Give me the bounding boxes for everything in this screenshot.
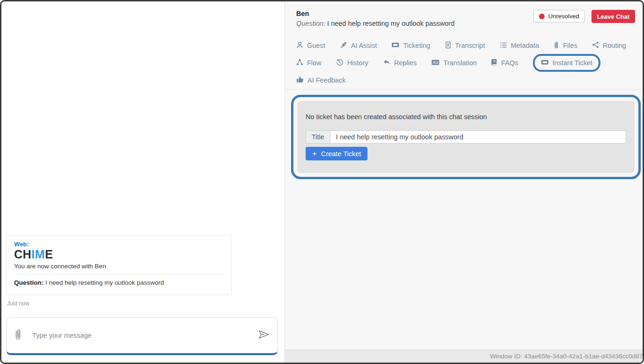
tab-replies[interactable]: Replies	[383, 59, 417, 67]
instant-ticket-highlight-annotation: Instant Ticket	[533, 54, 600, 72]
rocket-icon	[340, 41, 347, 50]
tab-label: Translation	[443, 59, 477, 67]
tab-files[interactable]: Files	[554, 41, 577, 50]
tab-label: FAQs	[501, 59, 518, 67]
tab-label: Ticketing	[403, 42, 430, 49]
tab-transcript[interactable]: Transcript	[445, 41, 485, 50]
status-label: Unresolved	[548, 13, 579, 20]
list-icon	[500, 42, 507, 50]
reply-icon	[383, 59, 390, 67]
sitemap-icon	[296, 59, 303, 67]
tab-faqs[interactable]: FAQs	[491, 59, 518, 68]
header-guest-block: Ben Question: I need help resetting my o…	[296, 10, 455, 27]
logo-dark-2: E	[45, 248, 53, 261]
tab-ticketing[interactable]: Ticketing	[391, 41, 430, 50]
create-ticket-label: Create Ticket	[321, 150, 361, 158]
tab-metadata[interactable]: Metadata	[500, 42, 539, 50]
leave-chat-button[interactable]: Leave Chat	[592, 10, 635, 23]
status-badge[interactable]: Unresolved	[533, 10, 585, 23]
message-input-box[interactable]: Type your message	[6, 317, 278, 355]
header-actions: Unresolved Leave Chat	[533, 10, 635, 23]
agent-question-line: Question: I need help resetting my outlo…	[296, 20, 455, 27]
guest-name: Ben	[296, 10, 455, 17]
title-field-label: Title	[306, 130, 330, 144]
ticket-panel-highlight-annotation: No ticket has been created associated wi…	[291, 95, 641, 179]
ticket-title-input[interactable]	[330, 130, 626, 144]
logo-dark-1: CH	[14, 248, 31, 261]
create-ticket-button[interactable]: + Create Ticket	[306, 147, 367, 160]
tab-label: Instant Ticket	[553, 59, 592, 67]
card-icon	[391, 41, 399, 50]
tab-row-2: Flow History Replies A Translation FAQs	[296, 58, 638, 68]
tab-row-1: Guest AI Assist Ticketing Transcript Met…	[296, 41, 638, 50]
agent-question-label: Question:	[296, 20, 325, 27]
document-icon	[445, 41, 451, 50]
tab-label: History	[347, 59, 368, 67]
tab-label: AI Feedback	[307, 76, 345, 84]
translate-icon: A	[431, 59, 440, 67]
chat-question-line: Question: I need help resetting my outlo…	[14, 279, 224, 286]
share-icon	[592, 41, 599, 50]
user-icon	[296, 41, 303, 50]
tab-ai-feedback[interactable]: AI Feedback	[296, 76, 345, 84]
divider	[14, 274, 224, 274]
instant-ticket-panel: No ticket has been created associated wi…	[298, 101, 634, 173]
connected-text: You are now connected with Ben	[14, 263, 224, 270]
book-icon	[491, 59, 497, 68]
tab-label: Metadata	[511, 42, 539, 49]
message-timestamp: Just now	[7, 300, 29, 307]
tab-flow[interactable]: Flow	[296, 59, 322, 67]
agent-header: Ben Question: I need help resetting my o…	[296, 10, 635, 27]
paperclip-icon	[554, 41, 559, 50]
plus-icon: +	[312, 150, 317, 158]
card-icon	[541, 59, 549, 67]
chat-message-card: Web: CHIME You are now connected with Be…	[6, 235, 232, 295]
ticket-title-group: Title	[306, 130, 626, 144]
divider	[285, 89, 643, 90]
tab-instant-ticket[interactable]: Instant Ticket	[541, 59, 592, 67]
window-id-bar: Window ID: 43ae65fe-34a0-42a1-b1ae-d4343…	[285, 349, 643, 363]
tab-label: Routing	[603, 42, 626, 49]
tab-label: Transcript	[455, 42, 485, 49]
chat-source-label: Web:	[14, 241, 224, 248]
tab-translation[interactable]: A Translation	[431, 59, 477, 67]
tab-guest[interactable]: Guest	[296, 41, 325, 50]
tab-label: Files	[563, 42, 577, 49]
message-input-placeholder[interactable]: Type your message	[32, 332, 258, 339]
tab-bar: Guest AI Assist Ticketing Transcript Met…	[296, 41, 638, 93]
svg-text:A: A	[433, 60, 435, 65]
no-ticket-message: No ticket has been created associated wi…	[306, 113, 626, 121]
tab-label: AI Assist	[351, 42, 377, 49]
tab-row-3: AI Feedback	[296, 76, 638, 85]
thumbs-up-icon	[296, 76, 304, 84]
agent-question-text: I need help resetting my outlook passwor…	[327, 20, 455, 27]
question-text: I need help resetting my outlook passwor…	[45, 279, 164, 286]
tab-label: Guest	[307, 42, 325, 49]
question-label: Question:	[14, 279, 44, 286]
tab-history[interactable]: History	[336, 59, 368, 68]
chime-logo: CHIME	[14, 248, 224, 261]
status-dot-icon	[539, 14, 545, 19]
paperclip-icon[interactable]	[14, 328, 22, 343]
tab-label: Replies	[394, 59, 417, 67]
history-icon	[336, 59, 344, 68]
tab-label: Flow	[307, 59, 322, 67]
logo-blue: IM	[31, 248, 45, 261]
chat-pane: Web: CHIME You are now connected with Be…	[1, 1, 285, 363]
tab-routing[interactable]: Routing	[592, 41, 626, 50]
tab-ai-assist[interactable]: AI Assist	[340, 41, 377, 50]
send-icon[interactable]	[258, 329, 270, 341]
agent-pane: Ben Question: I need help resetting my o…	[285, 1, 643, 363]
app-window: Web: CHIME You are now connected with Be…	[0, 0, 644, 364]
